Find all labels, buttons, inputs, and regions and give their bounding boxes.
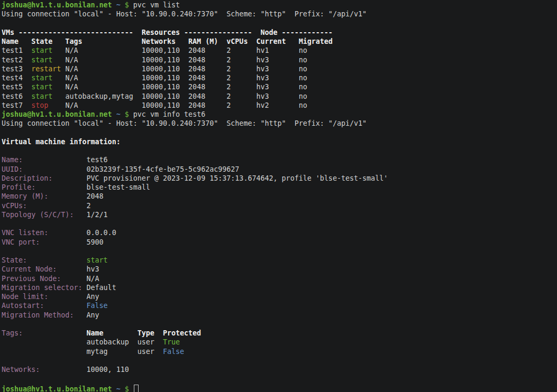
prompt-cwd: ~	[116, 1, 121, 9]
prompt-cursor-line: joshua@hv1.t.u.bonilan.net ~ $	[2, 384, 557, 392]
info-value: 2	[86, 202, 90, 210]
vm-node: hv3	[256, 92, 298, 100]
info-line: Previous Node: N/A	[2, 274, 557, 283]
vm-table-row: test5 start N/A 10000,110 2048 2 hv3 no	[2, 82, 557, 91]
info-label: State:	[2, 256, 86, 264]
info-line: VNC listen: 0.0.0.0	[2, 228, 557, 237]
info-value: False	[86, 302, 107, 310]
info-title-text: Virtual machine information:	[2, 138, 121, 146]
blank-line	[2, 320, 557, 329]
blank-line	[2, 374, 557, 383]
terminal-text	[121, 385, 125, 392]
vm-node: hv3	[256, 83, 298, 91]
terminal-text	[2, 348, 86, 356]
terminal-cursor[interactable]	[134, 385, 139, 392]
info-line: Profile: blse-test-small	[2, 183, 557, 192]
info-line: Migration selector: Default	[2, 283, 557, 292]
info-line: UUID: 02b3239f-135f-4cfe-be75-5c962ac996…	[2, 165, 557, 174]
vm-name: test1	[2, 46, 31, 54]
vm-migrated: no	[299, 46, 307, 54]
tag-type: user	[138, 348, 163, 356]
info-label: Memory (M):	[2, 192, 86, 200]
networks-value: 10000, 110	[86, 366, 129, 374]
vm-state: start	[31, 46, 65, 54]
tag-protected: True	[163, 338, 180, 346]
terminal-text	[129, 1, 133, 9]
tag-protected: False	[163, 348, 184, 356]
vm-migrated: no	[299, 83, 307, 91]
info-value: Default	[86, 284, 116, 292]
vm-migrated: no	[299, 92, 307, 100]
info-label: Previous Node:	[2, 275, 86, 283]
vm-ram: 2048	[188, 101, 226, 109]
info-label: Current Node:	[2, 265, 86, 273]
info-title: Virtual machine information:	[2, 137, 557, 146]
vm-vcpus: 2	[226, 46, 256, 54]
info-line: Node limit: Any	[2, 292, 557, 301]
vm-table-row: test6 start autobackup,mytag 10000,110 2…	[2, 92, 557, 101]
vm-vcpus: 2	[226, 74, 256, 82]
info-line: Name: test6	[2, 155, 557, 164]
terminal-text	[2, 338, 86, 346]
info-value: PVC provisioner @ 2023-12-09 15:37:13.67…	[86, 174, 388, 182]
vm-networks: 10000,110	[142, 83, 188, 91]
vm-networks: 10000,110	[142, 65, 188, 73]
vm-vcpus: 2	[226, 65, 256, 73]
terminal-text	[112, 1, 116, 9]
vm-name: test2	[2, 56, 31, 64]
info-line: Current Node: hv3	[2, 265, 557, 274]
info-value: Any	[86, 311, 99, 319]
vm-table-group-header: VMs --------------------------- Resource…	[2, 28, 557, 37]
info-value: hv3	[86, 265, 99, 273]
blank-line	[2, 356, 557, 365]
vm-state: restart	[31, 65, 65, 73]
vm-name: test7	[2, 101, 31, 109]
connection-line: Using connection "local" - Host: "10.90.…	[2, 10, 557, 18]
info-line: Description: PVC provisioner @ 2023-12-0…	[2, 174, 557, 183]
vm-migrated: no	[299, 74, 307, 82]
prompt-line: joshua@hv1.t.u.bonilan.net ~ $ pvc vm li…	[2, 1, 557, 10]
vm-table-row: test4 start N/A 10000,110 2048 2 hv3 no	[2, 73, 557, 82]
info-line: State: start	[2, 256, 557, 265]
info-line: Topology (S/C/T): 1/2/1	[2, 210, 557, 219]
prompt-user-host: joshua@hv1.t.u.bonilan.net	[2, 1, 112, 9]
info-label: UUID:	[2, 165, 86, 173]
networks-line: Networks: 10000, 110	[2, 365, 557, 374]
terminal-text	[112, 110, 116, 118]
vm-migrated: no	[299, 65, 307, 73]
vm-ram: 2048	[188, 65, 226, 73]
vm-ram: 2048	[188, 56, 226, 64]
prompt-command: pvc vm info test6	[133, 110, 205, 118]
prompt-cwd: ~	[116, 110, 121, 118]
info-line: Memory (M): 2048	[2, 192, 557, 201]
vm-name: test5	[2, 83, 31, 91]
tags-column-header-text: Name Type Protected	[86, 329, 201, 337]
info-label: Topology (S/C/T):	[2, 211, 86, 219]
terminal-text	[129, 385, 133, 392]
vm-tags: N/A	[65, 101, 141, 109]
vm-vcpus: 2	[226, 101, 256, 109]
vm-ram: 2048	[188, 92, 226, 100]
vm-state: start	[31, 92, 65, 100]
info-value: start	[86, 256, 107, 264]
vm-vcpus: 2	[226, 83, 256, 91]
vm-tags: autobackup,mytag	[65, 92, 141, 100]
blank-line	[2, 247, 557, 256]
vm-node: hv3	[256, 65, 298, 73]
vm-ram: 2048	[188, 83, 226, 91]
info-line: Migration Method: Any	[2, 311, 557, 320]
prompt-user-host: joshua@hv1.t.u.bonilan.net	[2, 110, 112, 118]
info-value: Any	[86, 293, 99, 301]
tag-row-line: mytag user False	[2, 347, 557, 356]
vm-networks: 10000,110	[142, 101, 188, 109]
vm-state: stop	[31, 101, 65, 109]
vm-state: start	[31, 83, 65, 91]
info-label: Migration selector:	[2, 284, 86, 292]
connection-info: Using connection "local" - Host: "10.90.…	[2, 10, 367, 18]
info-value: test6	[86, 156, 107, 164]
vm-tags: N/A	[65, 46, 141, 54]
prompt-command: pvc vm list	[133, 1, 180, 9]
blank-line	[2, 219, 557, 228]
terminal-screen[interactable]: joshua@hv1.t.u.bonilan.net ~ $ pvc vm li…	[0, 0, 557, 392]
prompt-line: joshua@hv1.t.u.bonilan.net ~ $ pvc vm in…	[2, 110, 557, 119]
